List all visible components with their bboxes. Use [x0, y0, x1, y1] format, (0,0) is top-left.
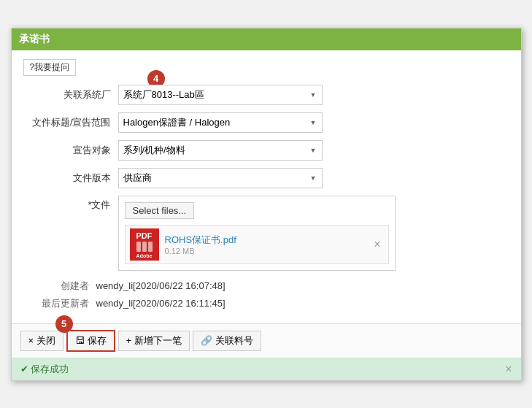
file-row: *文件 Select files... PDF Adobe R	[23, 196, 509, 271]
file-version-select[interactable]: 供应商	[118, 168, 323, 188]
add-next-button[interactable]: + 新增下一笔	[118, 331, 190, 351]
updater-row: 最后更新者 wendy_li[2020/06/22 16:11:45]	[23, 297, 509, 310]
success-message: ✔ 保存成功	[20, 363, 69, 376]
updater-value: wendy_li[2020/06/22 16:11:45]	[96, 298, 225, 309]
supplier-row: 关联系统厂 系统厂8013--Lab區	[23, 85, 509, 105]
declaration-target-select[interactable]: 系列/机种/物料	[118, 140, 323, 161]
question-button[interactable]: ?我要提问	[23, 59, 77, 76]
link-number-button[interactable]: 🔗 关联料号	[193, 331, 261, 351]
updater-label: 最后更新者	[23, 297, 96, 310]
dialog-title: 承诺书	[19, 33, 50, 45]
creator-label: 创建者	[23, 280, 96, 293]
form-section: 4 关联系统厂 系统厂8013--Lab區 文件标题/宣告范围 Halogen保…	[23, 85, 509, 310]
save-label: 保存	[88, 334, 107, 347]
file-title-select[interactable]: Halogen保證書 / Halogen	[118, 112, 323, 133]
file-label: *文件	[23, 196, 118, 212]
file-remove-button[interactable]: ×	[371, 238, 383, 251]
declaration-target-row: 宣告对象 系列/机种/物料	[23, 140, 509, 161]
file-title-row: 文件标题/宣告范围 Halogen保證書 / Halogen	[23, 112, 509, 133]
select-files-button[interactable]: Select files...	[125, 202, 195, 219]
save-button[interactable]: 🖫 保存	[66, 330, 115, 352]
file-version-row: 文件版本 供应商	[23, 168, 509, 188]
dialog-titlebar: 承诺书	[12, 28, 521, 50]
creator-row: 创建者 wendy_li[2020/06/22 16:07:48]	[23, 280, 509, 293]
dialog: 承诺书 ?我要提问 4 关联系统厂 系统厂8013--Lab區 文件标题/宣告范…	[11, 28, 522, 381]
supplier-select-wrapper: 系统厂8013--Lab區	[118, 85, 323, 105]
save-icon: 🖫	[75, 335, 85, 346]
pdf-icon: PDF Adobe	[130, 228, 159, 261]
dialog-footer: 5 × 关闭 🖫 保存 + 新增下一笔 🔗 关联料号	[12, 323, 521, 358]
file-info: ROHS保证书.pdf 0.12 MB	[165, 234, 371, 255]
file-version-label: 文件版本	[23, 172, 118, 185]
file-name: ROHS保证书.pdf	[165, 234, 371, 247]
supplier-select[interactable]: 系统厂8013--Lab區	[118, 85, 323, 105]
close-button[interactable]: × 关闭	[20, 331, 63, 351]
file-upload-area: Select files... PDF Adobe ROHS保证书.pdf	[118, 196, 396, 271]
info-rows: 创建者 wendy_li[2020/06/22 16:07:48] 最后更新者 …	[23, 280, 509, 310]
declaration-target-label: 宣告对象	[23, 144, 118, 157]
link-icon: 🔗	[201, 335, 212, 346]
file-item: PDF Adobe ROHS保证书.pdf 0.12 MB ×	[125, 225, 389, 264]
file-title-label: 文件标题/宣告范围	[23, 116, 118, 129]
file-size: 0.12 MB	[165, 247, 371, 255]
step5-badge: 5	[55, 315, 73, 333]
success-bar: ✔ 保存成功 ×	[12, 358, 521, 380]
link-number-label: 关联料号	[215, 334, 253, 347]
supplier-label: 关联系统厂	[23, 88, 118, 101]
dialog-body: ?我要提问 4 关联系统厂 系统厂8013--Lab區 文件标题/宣告范围 Ha…	[12, 50, 521, 323]
file-version-select-wrapper: 供应商	[118, 168, 323, 188]
declaration-target-select-wrapper: 系列/机种/物料	[118, 140, 323, 161]
success-close-button[interactable]: ×	[505, 363, 512, 376]
creator-value: wendy_li[2020/06/22 16:07:48]	[96, 280, 225, 291]
file-title-select-wrapper: Halogen保證書 / Halogen	[118, 112, 323, 133]
